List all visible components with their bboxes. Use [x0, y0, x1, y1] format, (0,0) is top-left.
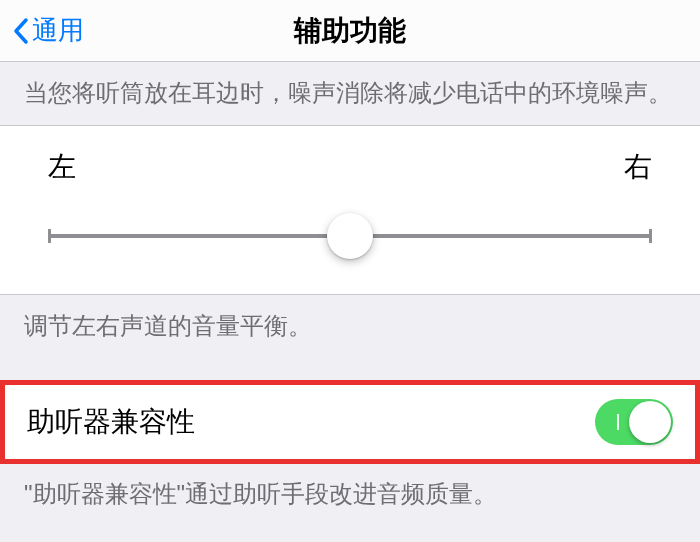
toggle-on-indicator — [617, 414, 619, 430]
navigation-bar: 通用 辅助功能 — [0, 0, 700, 62]
balance-labels: 左 右 — [48, 148, 652, 186]
toggle-knob — [629, 401, 671, 443]
hearing-aid-highlight: 助听器兼容性 — [0, 380, 700, 464]
audio-balance-section: 左 右 — [0, 125, 700, 295]
hearing-aid-compatibility-row: 助听器兼容性 — [5, 385, 695, 459]
slider-tick-right — [649, 229, 652, 243]
chevron-left-icon — [12, 17, 30, 45]
balance-right-label: 右 — [624, 148, 652, 186]
slider-knob[interactable] — [327, 213, 373, 259]
noise-cancellation-description: 当您将听筒放在耳边时，噪声消除将减少电话中的环境噪声。 — [0, 62, 700, 125]
hearing-aid-toggle[interactable] — [595, 399, 673, 445]
balance-left-label: 左 — [48, 148, 76, 186]
back-label: 通用 — [32, 13, 84, 48]
page-title: 辅助功能 — [294, 12, 406, 50]
hearing-aid-label: 助听器兼容性 — [27, 403, 195, 441]
hearing-aid-description: "助听器兼容性"通过助听手段改进音频质量。 — [0, 464, 700, 510]
back-button[interactable]: 通用 — [0, 13, 84, 48]
audio-balance-slider[interactable] — [48, 214, 652, 258]
balance-description: 调节左右声道的音量平衡。 — [0, 295, 700, 358]
slider-tick-left — [48, 229, 51, 243]
